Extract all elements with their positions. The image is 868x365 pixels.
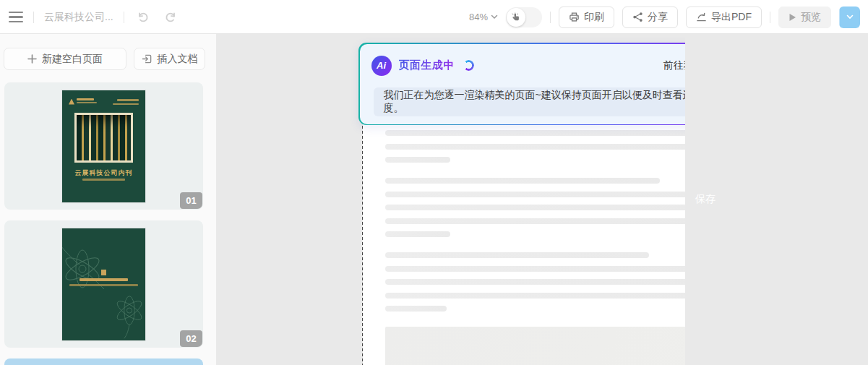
page-thumbnail-item-1[interactable]: 云展科技公司内刊 01 [4,82,203,210]
redo-icon[interactable] [162,9,179,26]
save-options-button[interactable] [839,7,860,28]
insert-document-icon [142,53,152,64]
skeleton-line [385,157,450,163]
pages-sidebar: 新建空白页面 插入文档 云展科技 [0,34,216,365]
skeleton-paragraph [385,130,710,163]
skeleton-paragraph [385,252,710,312]
export-icon [696,12,707,22]
cover-emblem [101,270,106,275]
page-cover-1: 云展科技公司内刊 [62,90,145,202]
skeleton-paragraph [385,178,710,237]
divider [33,12,34,23]
document-title: 云展科技公司... [44,11,113,24]
new-blank-page-label: 新建空白页面 [42,53,103,66]
ai-generation-card: Ai 页面生成中 前往我的文档 我们正在为您逐一渲染精美的页面~建议保持页面开启… [358,43,736,125]
cover-subtitle-line [69,284,138,286]
cover-subtitle-line [82,179,125,181]
share-button[interactable]: 分享 [622,7,678,28]
export-pdf-label: 导出PDF [711,11,752,24]
pointer-mode-toggle[interactable] [506,7,542,27]
chevron-down-icon [491,14,498,20]
new-blank-page-button[interactable]: 新建空白页面 [4,48,126,70]
cover-title: 云展科技公司内刊 [62,168,145,178]
divider [124,12,124,23]
export-pdf-button[interactable]: 导出PDF [686,7,762,28]
preview-label: 预览 [801,11,821,24]
skeleton-line [385,144,710,150]
toolbar: 云展科技公司... 84% [0,0,868,34]
skeleton-line [385,178,660,184]
skeleton-line [385,279,710,285]
zoom-value: 84% [469,12,488,22]
generation-status-text: 页面生成中 [399,59,455,72]
undo-icon[interactable] [134,9,152,26]
divider [770,12,770,23]
plus-icon [27,54,37,64]
page-thumbnail-item-3-selected[interactable] [4,358,203,365]
generation-message: 我们正在为您逐一渲染精美的页面~建议保持页面开启以便及时查看进度。 [374,87,722,116]
skeleton-image-block [385,327,710,365]
skeleton-line [385,306,447,312]
print-button[interactable]: 印刷 [559,7,614,28]
skeleton-line [385,218,710,224]
hand-pointer-icon [511,12,521,22]
zoom-level-dropdown[interactable]: 84% [469,12,498,22]
chevron-down-icon [846,14,854,20]
menu-icon[interactable] [9,9,23,26]
ai-logo-icon: Ai [371,56,392,76]
insert-document-label: 插入文档 [158,53,198,66]
page-number-badge: 02 [180,330,202,347]
skeleton-line [385,231,450,237]
divider [550,12,551,23]
insert-document-button[interactable]: 插入文档 [134,48,205,70]
cover-logo [69,98,97,105]
share-label: 分享 [648,11,668,24]
share-icon [632,12,643,22]
page-thumbnail-item-2[interactable]: 02 [4,220,203,348]
loading-spinner-icon [463,60,474,71]
play-icon [788,13,796,22]
skeleton-line [385,293,710,299]
skeleton-line [385,252,649,258]
cover-city-photo [74,113,133,163]
cover-corner-text [113,99,139,107]
skeleton-line [385,130,710,136]
printer-icon [569,12,580,22]
print-label: 印刷 [584,11,604,24]
floral-ornament [103,283,145,339]
skeleton-line [385,205,710,210]
page-thumbnail-list: 云展科技公司内刊 01 02 [0,82,216,365]
skeleton-line [385,192,710,197]
cover-title-line [80,278,128,281]
page-number-badge: 01 [180,192,202,209]
preview-button[interactable]: 预览 [778,7,831,28]
page-cover-2 [62,228,145,340]
save-split-button: 保存 [839,7,860,28]
skeleton-line [385,266,710,272]
app-window: 云展科技公司... 84% [0,0,868,365]
